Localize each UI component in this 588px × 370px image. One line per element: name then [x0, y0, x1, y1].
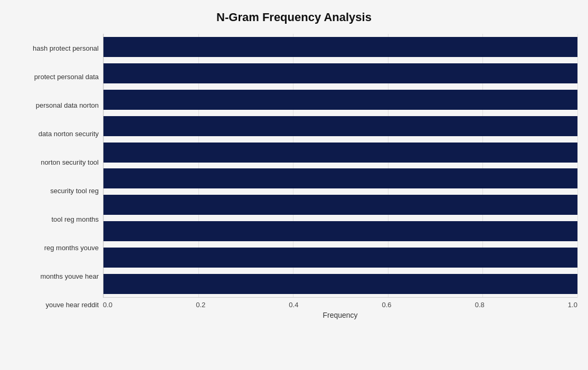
y-axis-label: norton security tool	[41, 150, 99, 174]
chart-container: N-Gram Frequency Analysis hash protect p…	[0, 0, 588, 370]
bar	[103, 168, 577, 188]
bar-row	[103, 219, 577, 243]
bar-row	[103, 193, 577, 217]
bar	[103, 90, 577, 110]
bar-row	[103, 140, 577, 165]
bar	[103, 221, 577, 241]
y-axis-label: protect personal data	[34, 64, 99, 89]
bar-row	[103, 272, 577, 296]
x-tick: 0.2	[196, 301, 205, 309]
chart-title: N-Gram Frequency Analysis	[11, 11, 577, 24]
chart-area: hash protect personalprotect personal da…	[11, 34, 577, 319]
x-tick: 0.0	[103, 301, 112, 309]
y-axis-label: personal data norton	[36, 93, 99, 117]
y-axis-label: data norton security	[39, 121, 99, 146]
bar	[103, 37, 577, 57]
x-tick: 1.0	[568, 301, 577, 309]
y-axis-label: reg months youve	[44, 236, 99, 260]
bar-row	[103, 245, 577, 270]
bar-row	[103, 61, 577, 86]
bar	[103, 248, 577, 268]
bar-row	[103, 114, 577, 138]
x-axis: 0.00.20.40.60.81.0	[103, 298, 577, 309]
x-tick: 0.6	[382, 301, 392, 309]
y-axis-label: months youve hear	[40, 264, 99, 289]
bar	[103, 63, 577, 83]
x-tick: 0.4	[289, 301, 298, 309]
bar-row	[103, 88, 577, 112]
x-tick: 0.8	[475, 301, 485, 309]
bar	[103, 116, 577, 136]
y-axis-label: youve hear reddit	[46, 293, 99, 317]
y-axis-label: tool reg months	[51, 207, 99, 232]
y-axis-label: security tool reg	[50, 179, 99, 203]
bar-row	[103, 166, 577, 191]
bars-area	[103, 34, 577, 298]
y-axis-label: hash protect personal	[33, 36, 99, 60]
bars-and-x: 0.00.20.40.60.81.0 Frequency	[103, 34, 577, 319]
y-axis: hash protect personalprotect personal da…	[11, 34, 103, 319]
x-axis-label: Frequency	[103, 311, 577, 319]
bar-row	[103, 35, 577, 59]
bar	[103, 143, 577, 163]
bar	[103, 195, 577, 215]
bar	[103, 274, 577, 294]
